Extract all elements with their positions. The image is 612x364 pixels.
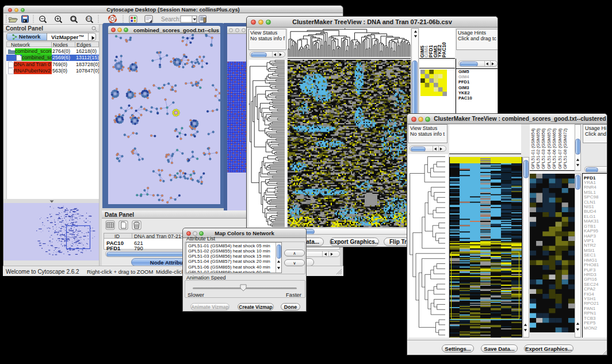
svg-text:PAC10: PAC10 xyxy=(441,42,447,58)
svg-text:MON2: MON2 xyxy=(584,325,598,331)
svg-text:GPL51-08 (GSM872): GPL51-08 (GSM872) xyxy=(563,128,568,169)
svg-text:GPL51-02 (GSM855): GPL51-02 (GSM855) xyxy=(536,128,541,169)
svg-text:GPL51-07 (GSM868): GPL51-07 (GSM868) xyxy=(557,128,563,169)
svg-text:GPL51-04 (GSM857): GPL51-04 (GSM857) xyxy=(546,128,552,169)
svg-text:PAC10: PAC10 xyxy=(458,95,472,101)
svg-text:YKE2: YKE2 xyxy=(458,90,470,95)
svg-text:GIM4: GIM4 xyxy=(458,74,469,79)
svg-text:1:1: 1:1 xyxy=(87,17,91,20)
svg-text:GIM5: GIM5 xyxy=(458,69,469,74)
svg-text:Search:: Search: xyxy=(161,16,181,22)
svg-text:PFD1: PFD1 xyxy=(458,79,469,85)
svg-text:GPL51-01 (GSM854): GPL51-01 (GSM854) xyxy=(530,128,536,169)
svg-text:GIM3: GIM3 xyxy=(458,85,469,90)
svg-text:GPL51-03 (GSM856): GPL51-03 (GSM856) xyxy=(541,128,546,169)
svg-text:GPL51-06 (GSM865): GPL51-06 (GSM865) xyxy=(552,128,557,169)
